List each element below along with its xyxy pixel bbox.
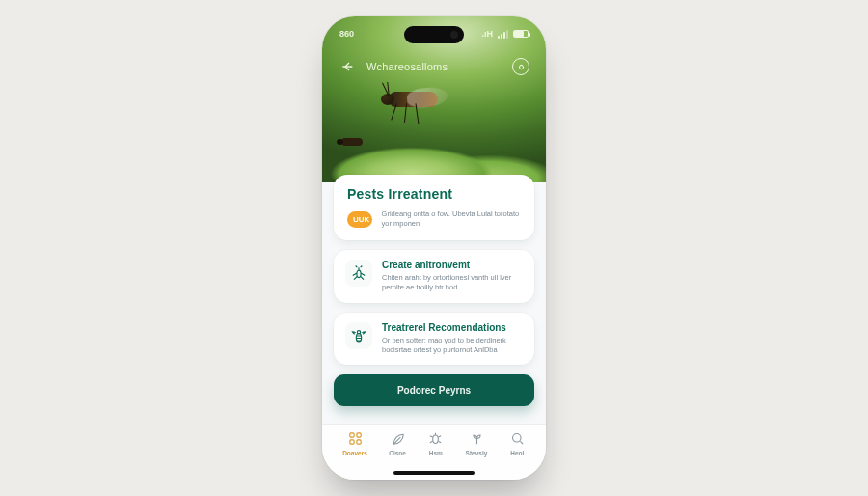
header-action-button[interactable]	[511, 57, 530, 76]
hero-insect-small	[341, 138, 363, 146]
status-network-label: .ıH	[481, 29, 493, 39]
card-create-desc: Chiten araht by ortortionesl vanth ull l…	[382, 273, 523, 292]
sprout-icon	[469, 430, 485, 447]
target-icon	[512, 58, 529, 75]
tab-cisne[interactable]: Cisne	[389, 430, 406, 456]
tab-hsm[interactable]: Hsm	[427, 430, 444, 456]
tab-doavers[interactable]: Doavers	[342, 430, 367, 456]
card-main-title: Pests Irreatnent	[347, 186, 521, 202]
device-notch	[404, 26, 464, 43]
tab-stevsly[interactable]: Stevsly	[466, 430, 488, 456]
card-reco-title: Treatrerel Recomendations	[382, 322, 523, 333]
svg-rect-3	[349, 433, 353, 437]
tab-label: Doavers	[342, 450, 367, 456]
card-recommendations[interactable]: Treatrerel Recomendations Or ben sotter:…	[334, 313, 534, 365]
bee-icon	[345, 322, 372, 349]
card-main-desc: Grideang ontta o fow. Ubevta Lulal torot…	[382, 209, 521, 229]
status-right: .ıH	[481, 29, 529, 39]
leaf-icon	[390, 430, 406, 447]
svg-point-7	[433, 435, 439, 444]
primary-cta-button[interactable]: Podorec Peyrns	[334, 374, 534, 406]
card-create[interactable]: Create anitronvemt Chiten araht by ortor…	[334, 250, 534, 302]
tab-label: Stevsly	[466, 450, 488, 456]
card-create-title: Create anitronvemt	[382, 260, 523, 270]
svg-rect-4	[356, 433, 360, 437]
phone-frame: 860 .ıH Wchareosalloms	[322, 16, 546, 480]
svg-rect-5	[349, 440, 353, 444]
card-reco-desc: Or ben sotter: mao yod to be derdinerk b…	[382, 336, 523, 355]
app-bar: Wchareosalloms	[322, 53, 546, 80]
signal-icon	[498, 30, 508, 39]
arrow-left-icon	[339, 59, 355, 74]
svg-rect-6	[356, 440, 360, 444]
back-button[interactable]	[338, 57, 357, 76]
search-icon	[509, 430, 526, 447]
tab-label: Cisne	[389, 450, 406, 456]
home-indicator[interactable]	[393, 471, 475, 475]
tab-heol[interactable]: Heol	[509, 430, 526, 456]
battery-icon	[513, 30, 529, 38]
tab-label: Hsm	[429, 450, 443, 456]
mosquito-icon	[345, 260, 372, 287]
status-time: 860	[339, 29, 354, 39]
page-title: Wchareosalloms	[366, 61, 448, 72]
grid-icon	[347, 430, 364, 447]
content-scroll[interactable]: Pests Irreatnent UUK Grideang ontta o fo…	[322, 165, 546, 424]
bug-icon	[427, 430, 444, 447]
svg-point-8	[512, 434, 521, 443]
svg-point-0	[357, 270, 361, 278]
svg-point-2	[357, 330, 360, 333]
status-badge: UUK	[347, 211, 372, 228]
hero-insect-illustration	[390, 92, 438, 107]
card-main[interactable]: Pests Irreatnent UUK Grideang ontta o fo…	[334, 175, 534, 240]
tab-label: Heol	[510, 450, 524, 456]
